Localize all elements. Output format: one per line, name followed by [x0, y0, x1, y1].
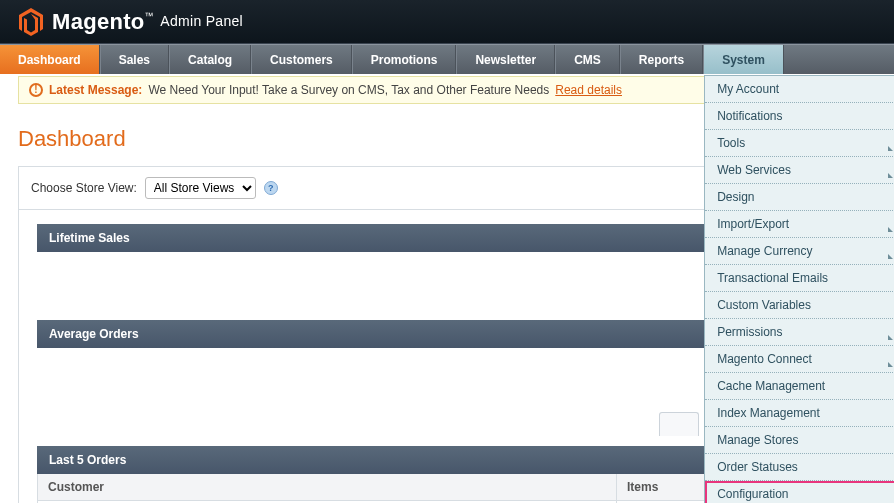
store-view-label: Choose Store View: — [31, 181, 137, 195]
system-menu-configuration[interactable]: Configuration — [705, 481, 894, 503]
nav-newsletter[interactable]: Newsletter — [456, 45, 555, 74]
nav-label: Newsletter — [475, 53, 536, 67]
notice-link[interactable]: Read details — [555, 83, 622, 97]
system-menu-manage-currency[interactable]: Manage Currency — [705, 238, 894, 265]
nav-reports[interactable]: Reports — [620, 45, 703, 74]
system-menu-order-statuses[interactable]: Order Statuses — [705, 454, 894, 481]
nav-label: Sales — [119, 53, 150, 67]
nav-label: System — [722, 53, 765, 67]
trademark: ™ — [145, 11, 154, 21]
store-view-select[interactable]: All Store Views — [145, 177, 256, 199]
nav-promotions[interactable]: Promotions — [352, 45, 457, 74]
system-dropdown: My AccountNotificationsToolsWeb Services… — [704, 75, 894, 503]
system-menu-design[interactable]: Design — [705, 184, 894, 211]
nav-catalog[interactable]: Catalog — [169, 45, 251, 74]
svg-marker-1 — [24, 14, 38, 36]
system-menu-magento-connect[interactable]: Magento Connect — [705, 346, 894, 373]
system-menu-custom-variables[interactable]: Custom Variables — [705, 292, 894, 319]
nav-label: Customers — [270, 53, 333, 67]
nav-label: Catalog — [188, 53, 232, 67]
nav-sales[interactable]: Sales — [100, 45, 169, 74]
system-menu-transactional-emails[interactable]: Transactional Emails — [705, 265, 894, 292]
system-menu-web-services[interactable]: Web Services — [705, 157, 894, 184]
brand-sub: Admin Panel — [160, 13, 243, 29]
system-menu-my-account[interactable]: My Account — [705, 76, 894, 103]
brand-name: Magento — [52, 9, 145, 34]
admin-header: Magento™ Admin Panel — [0, 0, 894, 44]
help-icon[interactable]: ? — [264, 181, 278, 195]
system-menu-manage-stores[interactable]: Manage Stores — [705, 427, 894, 454]
nav-customers[interactable]: Customers — [251, 45, 352, 74]
nav-system[interactable]: System My AccountNotificationsToolsWeb S… — [703, 45, 784, 74]
nav-dashboard[interactable]: Dashboard — [0, 45, 100, 74]
magento-logo-icon — [18, 7, 44, 37]
notice-icon: ! — [29, 83, 43, 97]
col-customer: Customer — [38, 474, 616, 500]
nav-cms[interactable]: CMS — [555, 45, 620, 74]
chart-tab[interactable] — [659, 412, 699, 436]
nav-label: Promotions — [371, 53, 438, 67]
system-menu-permissions[interactable]: Permissions — [705, 319, 894, 346]
svg-marker-0 — [19, 8, 43, 31]
notice-label: Latest Message: — [49, 83, 142, 97]
main-nav: Dashboard Sales Catalog Customers Promot… — [0, 44, 894, 74]
system-menu-index-management[interactable]: Index Management — [705, 400, 894, 427]
system-menu-tools[interactable]: Tools — [705, 130, 894, 157]
logo: Magento™ Admin Panel — [0, 7, 243, 37]
nav-label: CMS — [574, 53, 601, 67]
system-menu-import-export[interactable]: Import/Export — [705, 211, 894, 238]
nav-label: Reports — [639, 53, 684, 67]
system-menu-cache-management[interactable]: Cache Management — [705, 373, 894, 400]
notice-text: We Need Your Input! Take a Survey on CMS… — [148, 83, 549, 97]
system-menu-notifications[interactable]: Notifications — [705, 103, 894, 130]
logo-text: Magento™ Admin Panel — [52, 9, 243, 35]
nav-label: Dashboard — [18, 53, 81, 67]
